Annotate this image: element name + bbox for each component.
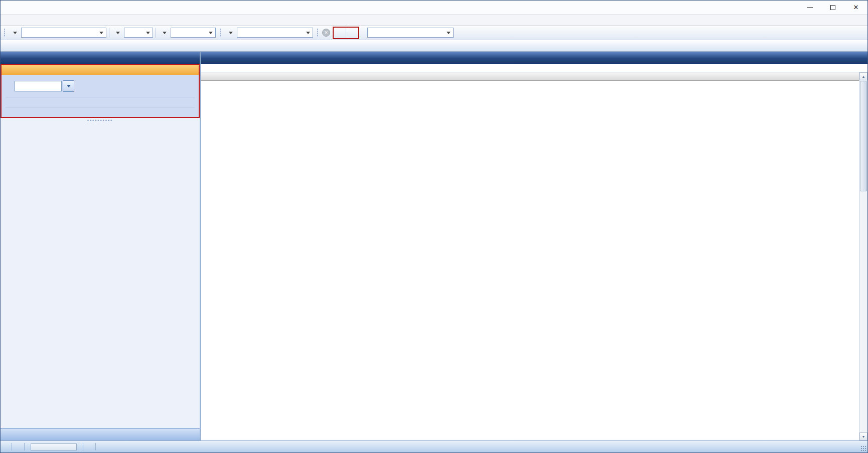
clear-icon[interactable]: ✕ <box>322 29 330 37</box>
chevron-down-icon <box>13 32 17 34</box>
scroll-up-icon[interactable]: ▲ <box>859 72 867 80</box>
main-toolbar: ✕ <box>1 26 867 40</box>
automatische-buchungen-panel <box>2 75 199 117</box>
sidebar: •••••••••• <box>1 52 201 440</box>
date-dropdown-button[interactable] <box>63 80 74 92</box>
chevron-down-icon <box>67 85 71 87</box>
geschaeftsjahr-dropdown[interactable] <box>112 32 121 34</box>
sidebar-splitter[interactable]: •••••••••• <box>1 118 200 123</box>
toolbar-grip[interactable] <box>219 28 221 37</box>
vertical-scrollbar[interactable]: ▲ ▼ <box>859 72 867 440</box>
status-separator <box>12 443 12 450</box>
panel-divider <box>6 107 195 107</box>
search-filter-row[interactable] <box>201 64 867 72</box>
filter-combo[interactable] <box>367 28 454 38</box>
chevron-down-icon <box>229 32 233 34</box>
resize-grip[interactable] <box>860 445 866 451</box>
chevron-down-icon <box>209 32 213 34</box>
app-body: •••••••••• ▲ <box>1 52 867 440</box>
title-bar: ✕ <box>1 1 867 15</box>
sidebar-active-group <box>1 64 200 118</box>
grid-area: ▲ ▼ <box>201 72 867 440</box>
panel-divider <box>6 97 195 97</box>
status-separator <box>95 443 96 450</box>
toolbar-grip[interactable] <box>317 28 319 37</box>
scroll-down-icon[interactable]: ▼ <box>859 432 867 440</box>
status-separator <box>83 443 83 450</box>
progress-placeholder <box>31 443 77 450</box>
close-button[interactable]: ✕ <box>844 1 867 14</box>
toolbar-grip[interactable] <box>4 28 6 37</box>
chevron-down-icon <box>146 32 150 34</box>
neue-automatische-buchung-button[interactable] <box>334 28 346 38</box>
vorlagen-combo[interactable] <box>237 28 313 38</box>
chevron-down-icon <box>99 32 103 34</box>
toolbar-separator <box>156 28 156 38</box>
scrollbar-thumb[interactable] <box>860 81 867 191</box>
geschaeftsjahr-combo[interactable] <box>124 28 153 38</box>
toolbar-separator <box>109 28 109 38</box>
menu-bar <box>1 15 867 26</box>
app-icon <box>5 3 13 12</box>
chevron-down-icon <box>163 32 167 34</box>
vorlagen-dropdown[interactable] <box>225 32 234 34</box>
sidebar-collapse-bar[interactable] <box>1 428 200 440</box>
chevron-down-icon <box>116 32 120 34</box>
maximize-button[interactable] <box>821 1 844 14</box>
sidebar-item-automatische-buchungen[interactable] <box>2 65 199 75</box>
highlighted-button-group <box>333 27 359 39</box>
bookings-grid <box>201 72 859 440</box>
mandant-combo[interactable] <box>21 28 106 38</box>
quick-toolbar <box>1 40 867 52</box>
mwst-dropdown[interactable] <box>159 32 168 34</box>
mwst-combo[interactable] <box>171 28 216 38</box>
scrollbar-track[interactable] <box>859 192 867 432</box>
mandant-dropdown[interactable] <box>9 32 19 34</box>
window-controls: ✕ <box>798 1 867 14</box>
grid-header <box>201 72 859 81</box>
chevron-down-icon <box>447 32 451 34</box>
status-bar <box>1 440 867 452</box>
main-header <box>201 52 867 64</box>
main-panel: ▲ ▼ <box>201 52 867 440</box>
ausfuehrungsdatum-input[interactable] <box>15 81 62 91</box>
status-separator <box>24 443 25 450</box>
buchungen-generieren-button[interactable] <box>346 28 358 38</box>
topal-client-window: ✕ <box>0 0 868 453</box>
grid-empty-space <box>201 81 859 440</box>
chevron-down-icon <box>306 32 310 34</box>
ausfuehrungsdatum-row <box>15 80 199 92</box>
minimize-button[interactable] <box>798 1 821 14</box>
sidebar-header <box>1 52 200 64</box>
